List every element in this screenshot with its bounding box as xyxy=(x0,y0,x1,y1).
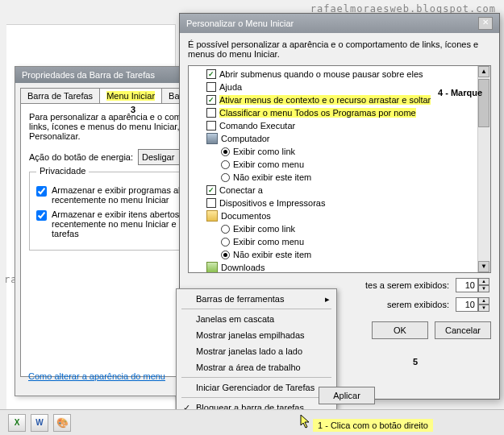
checkbox-icon[interactable] xyxy=(206,121,216,130)
list-item[interactable]: Não exibir este item xyxy=(190,171,489,184)
cust-titlebar[interactable]: Personalizar o Menu Iniciar ✕ xyxy=(180,14,499,33)
checkbox-icon[interactable] xyxy=(206,108,216,118)
list-item-label: Classificar o menu Todos os Programas po… xyxy=(219,108,416,118)
annotation-5: 5 xyxy=(403,357,427,367)
list-item-label: Exibir como menu xyxy=(233,237,304,246)
list-item-label: Computador xyxy=(221,134,270,143)
spin-down-icon-2[interactable]: ▼ xyxy=(478,304,489,312)
context-menu-item[interactable]: Barras de ferramentas xyxy=(178,291,335,307)
list-item[interactable]: Downloads xyxy=(190,261,489,273)
privacy-checkbox-1[interactable] xyxy=(36,186,47,197)
scroll-up-arrow[interactable]: ▲ xyxy=(478,66,489,77)
folder-icon xyxy=(206,262,218,273)
scroll-thumb[interactable] xyxy=(478,79,489,127)
paint-icon[interactable]: 🎨 xyxy=(53,414,71,432)
list-item-label: Exibir como menu xyxy=(233,160,304,169)
separator xyxy=(181,309,331,309)
ok-button[interactable]: OK xyxy=(372,321,428,339)
list-item[interactable]: Comando Executar xyxy=(190,119,489,132)
folder-icon xyxy=(206,133,218,144)
radio-icon[interactable] xyxy=(221,173,230,182)
radio-icon[interactable] xyxy=(221,225,230,234)
recent-programs-spinner[interactable]: ▲▼ xyxy=(456,278,491,292)
apply-button[interactable]: Aplicar xyxy=(319,387,375,404)
privacy-checkbox-2[interactable] xyxy=(36,210,47,221)
list-item[interactable]: Exibir como link xyxy=(190,145,489,158)
context-menu-label: Mostrar a área de trabalho xyxy=(196,362,301,372)
spin-up-icon-2[interactable]: ▲ xyxy=(478,297,489,304)
radio-icon[interactable] xyxy=(221,147,230,156)
annotation-1: 1 - Clica com o botão direito xyxy=(313,419,433,432)
list-item[interactable]: Exibir como link xyxy=(190,222,489,235)
list-item[interactable]: Não exibir este item xyxy=(190,248,489,261)
radio-icon[interactable] xyxy=(221,238,230,246)
list-item[interactable]: Conectar a xyxy=(190,184,489,197)
checkbox-icon[interactable] xyxy=(206,198,216,208)
recent-programs-input[interactable] xyxy=(456,278,478,292)
prop-title: Propriedades da Barra de Tarefas xyxy=(22,70,155,80)
cust-desc: É possível personalizar a aparência e o … xyxy=(188,39,491,59)
context-menu-item[interactable]: Mostrar a área de trabalho xyxy=(178,359,335,375)
checkbox-icon[interactable] xyxy=(206,82,216,92)
context-menu-label: Janelas em cascata xyxy=(196,314,274,324)
list-item-label: Downloads xyxy=(221,263,264,272)
context-menu-label: Iniciar Gerenciador de Tarefas xyxy=(196,383,314,392)
list-item-label: Ativar menus de contexto e o recurso arr… xyxy=(219,95,431,105)
list-item-label: Abrir submenus quando o mouse pausar sob… xyxy=(219,69,423,79)
context-menu-item[interactable]: Mostrar janelas empilhadas xyxy=(178,327,335,343)
separator xyxy=(181,397,331,398)
context-menu-item[interactable]: Mostrar janelas lado a lado xyxy=(178,343,335,359)
radio-icon[interactable] xyxy=(221,251,230,259)
list-item[interactable]: Computador xyxy=(190,132,489,145)
checkbox-icon[interactable] xyxy=(206,185,216,195)
context-menu-item[interactable]: Janelas em cascata xyxy=(178,311,335,327)
recent-jump-spinner[interactable]: ▲▼ xyxy=(456,297,491,312)
tab-start-menu[interactable]: Menu Iniciar xyxy=(99,88,162,103)
list-item-label: Comando Executar xyxy=(219,121,295,130)
context-menu-label: Barras de ferramentas xyxy=(196,294,284,304)
radio-icon[interactable] xyxy=(221,160,230,169)
cancel-button[interactable]: Cancelar xyxy=(435,321,491,339)
list-item[interactable]: Documentos xyxy=(190,209,489,222)
list-item[interactable]: Exibir como menu xyxy=(190,158,489,171)
annotation-4: 4 - Marque xyxy=(438,88,482,97)
list-item-label: Não exibir este item xyxy=(233,172,311,182)
list-item-label: Documentos xyxy=(221,211,271,221)
list-item[interactable]: Classificar o menu Todos os Programas po… xyxy=(190,106,489,119)
privacy-legend: Privacidade xyxy=(36,166,89,176)
separator xyxy=(181,377,331,378)
context-menu-label: Mostrar janelas lado a lado xyxy=(196,346,302,356)
checkbox-icon[interactable] xyxy=(206,95,216,105)
list-item-label: Exibir como link xyxy=(233,224,295,234)
list-item-label: Ajuda xyxy=(219,82,242,92)
tab-taskbar[interactable]: Barra de Tarefas xyxy=(20,88,100,103)
cust-title: Personalizar o Menu Iniciar xyxy=(186,19,294,28)
list-item-label: Não exibir este item xyxy=(233,250,311,259)
spin-up-icon[interactable]: ▲ xyxy=(478,278,489,285)
list-item[interactable]: Dispositivos e Impressoras xyxy=(190,197,489,209)
context-menu-label: Mostrar janelas empilhadas xyxy=(196,330,305,340)
folder-icon xyxy=(206,210,218,222)
spin-down-icon[interactable]: ▼ xyxy=(478,285,489,292)
context-menu-item[interactable]: Iniciar Gerenciador de Tarefas xyxy=(178,379,335,396)
word-icon[interactable]: W xyxy=(31,414,48,432)
scroll-down-arrow[interactable]: ▼ xyxy=(478,261,489,272)
cursor-icon xyxy=(300,414,311,429)
list-item-label: Exibir como link xyxy=(233,147,295,156)
annotation-3: 3 xyxy=(131,105,135,114)
checkbox-icon[interactable] xyxy=(206,69,216,79)
list-item[interactable]: Exibir como menu xyxy=(190,235,489,248)
close-icon[interactable]: ✕ xyxy=(478,17,493,30)
list-item-label: Conectar a xyxy=(219,185,263,195)
excel-icon[interactable]: X xyxy=(8,414,26,432)
list-item[interactable]: Abrir submenus quando o mouse pausar sob… xyxy=(190,68,489,81)
appearance-link[interactable]: Como alterar a aparência do menu xyxy=(28,371,165,381)
list-item-label: Dispositivos e Impressoras xyxy=(219,198,325,208)
recent-jump-input[interactable] xyxy=(456,297,478,312)
power-action-label: Ação do botão de energia: xyxy=(29,152,133,162)
